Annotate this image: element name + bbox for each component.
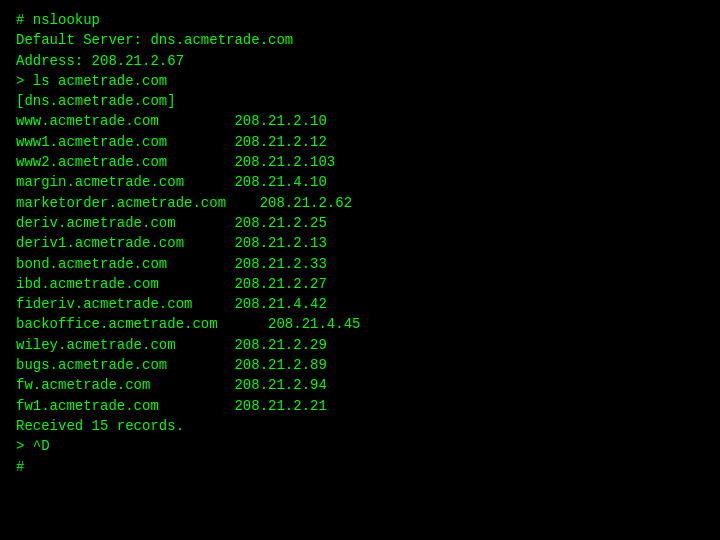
terminal-line-record-12: wiley.acmetrade.com 208.21.2.29 [16,335,704,355]
terminal-line-record-15: fw1.acmetrade.com 208.21.2.21 [16,396,704,416]
terminal-line-address: Address: 208.21.2.67 [16,51,704,71]
terminal-line-cmd-nslookup: # nslookup [16,10,704,30]
terminal-line-record-13: bugs.acmetrade.com 208.21.2.89 [16,355,704,375]
terminal-line-record-8: bond.acmetrade.com 208.21.2.33 [16,254,704,274]
terminal-line-record-11: backoffice.acmetrade.com 208.21.4.45 [16,314,704,334]
terminal-line-record-14: fw.acmetrade.com 208.21.2.94 [16,375,704,395]
terminal-line-record-10: fideriv.acmetrade.com 208.21.4.42 [16,294,704,314]
terminal-window: # nslookupDefault Server: dns.acmetrade.… [16,10,704,477]
terminal-line-dns-header: [dns.acmetrade.com] [16,91,704,111]
terminal-line-received: Received 15 records. [16,416,704,436]
terminal-line-record-6: deriv.acmetrade.com 208.21.2.25 [16,213,704,233]
terminal-line-record-9: ibd.acmetrade.com 208.21.2.27 [16,274,704,294]
terminal-line-record-7: deriv1.acmetrade.com 208.21.2.13 [16,233,704,253]
terminal-line-record-4: margin.acmetrade.com 208.21.4.10 [16,172,704,192]
terminal-line-record-2: www1.acmetrade.com 208.21.2.12 [16,132,704,152]
terminal-line-record-1: www.acmetrade.com 208.21.2.10 [16,111,704,131]
terminal-line-record-5: marketorder.acmetrade.com 208.21.2.62 [16,193,704,213]
terminal-line-prompt: # [16,457,704,477]
terminal-line-cmd-exit: > ^D [16,436,704,456]
terminal-line-default-server: Default Server: dns.acmetrade.com [16,30,704,50]
terminal-line-record-3: www2.acmetrade.com 208.21.2.103 [16,152,704,172]
terminal-line-cmd-ls: > ls acmetrade.com [16,71,704,91]
